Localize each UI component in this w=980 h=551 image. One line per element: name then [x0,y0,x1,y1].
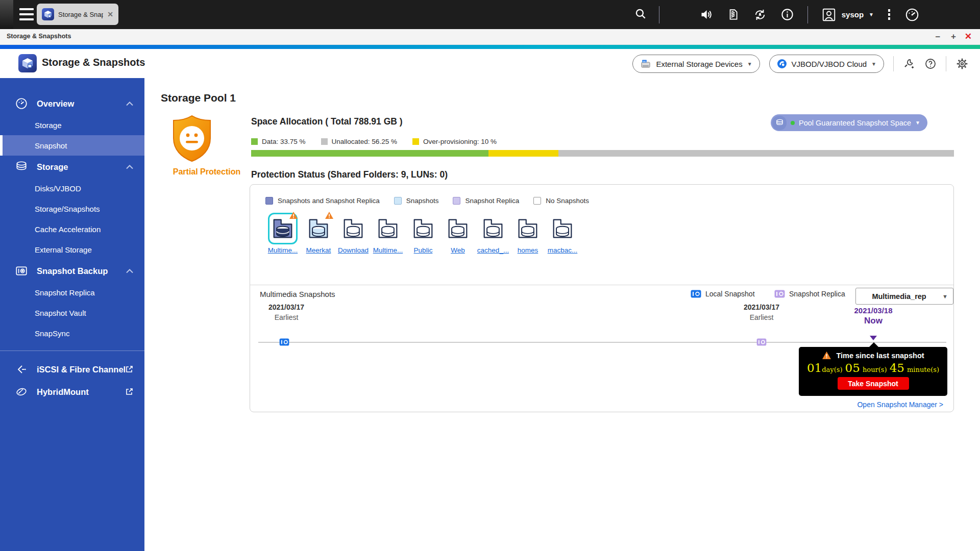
sidebar-item-external-storage[interactable]: External Storage [0,239,144,260]
folder-meerkat[interactable]: Meerkat [301,214,336,255]
dashboard-icon[interactable] [904,7,920,22]
take-snapshot-button[interactable]: Take Snapshot [838,377,909,390]
help-icon[interactable] [924,58,937,70]
bar-segment-overprovisioning [488,150,559,157]
local-snapshot-marker[interactable] [279,338,289,346]
folder-db-icon[interactable] [549,214,576,243]
folder-link[interactable]: Multime... [268,246,298,254]
chevron-down-icon: ▼ [915,120,920,126]
sync-notify-icon[interactable] [753,8,767,22]
replica-snapshot-marker[interactable] [756,338,767,346]
sidebar-item-iscsi-fibre-channel[interactable]: iSCSI & Fibre Channel [0,358,144,381]
folder-multimedia[interactable]: Multime... [265,214,300,255]
folder-link[interactable]: Download [338,246,369,254]
protection-status-label: Partial Protection [170,167,243,178]
header-divider [893,56,894,71]
folder-db-icon-selected[interactable] [270,214,296,243]
folder-link[interactable]: Web [451,246,465,254]
folder-db-icon[interactable] [410,214,436,243]
app-tab-storage-snapshots[interactable]: Storage & Snap... ✕ [37,4,118,25]
legend-local-snapshot: Local Snapshot [691,290,755,298]
background-tasks-icon[interactable] [726,8,740,21]
sidebar-item-label: Storage [37,162,68,172]
auto-fix-wrench-icon[interactable] [903,58,915,70]
folder-macbackup[interactable]: macbac... [545,214,580,255]
sidebar-item-storage[interactable]: Storage [0,156,144,178]
user-menu[interactable]: sysop ▼ [821,7,874,22]
legend-no-snapshots: No Snapshots [533,197,589,205]
main-content: Storage Pool 1 Partial Protection Space … [144,78,980,551]
sidebar-item-cache-acceleration[interactable]: Cache Acceleration [0,219,144,239]
now-date: 2021/03/18 Now [843,306,904,326]
pool-title: Storage Pool 1 [161,92,236,104]
folder-web[interactable]: Web [440,214,475,255]
sidebar-item-snapshot[interactable]: Snapshot [0,135,144,156]
folder-homes[interactable]: homes [510,214,545,255]
sidebar-item-snapshot-backup[interactable]: Snapshot Backup [0,260,144,282]
folder-link[interactable]: homes [518,246,538,254]
sidebar-item-snapshot-replica[interactable]: Snapshot Replica [0,282,144,303]
window-titlebar: Storage & Snapshots – + ✕ [0,29,980,45]
folder-link[interactable]: cached_... [477,246,509,254]
legend-snapshots: Snapshots [394,197,439,205]
time-since-value: 01day(s) 05 hour(s) 45 minute(s) [799,361,947,374]
partial-protection-shield-icon [170,114,214,163]
folder-link[interactable]: Public [414,246,433,254]
folder-link[interactable]: macbac... [548,246,578,254]
sidebar-item-disks-vjbod[interactable]: Disks/VJBOD [0,178,144,198]
snapshot-camera-icon [14,264,29,278]
space-allocation-bar [251,150,954,157]
warning-icon [289,211,298,219]
pool-guaranteed-snapshot-space-button[interactable]: Pool Guaranteed Snapshot Space ▼ [771,114,927,131]
folder-db-icon[interactable] [480,214,506,243]
info-icon[interactable] [780,8,794,21]
folder-download[interactable]: Download [336,214,371,255]
sidebar-item-hybridmount[interactable]: HybridMount [0,381,144,403]
sidebar-item-storage-overview[interactable]: Storage [0,115,144,135]
sidebar-item-snapshot-vault[interactable]: Snapshot Vault [0,303,144,323]
folder-db-icon[interactable] [375,214,401,243]
folder-db-icon[interactable] [305,214,332,243]
legend-item-data: Data: 33.75 % [251,138,306,145]
minimize-button[interactable]: – [936,31,940,43]
close-button[interactable]: ✕ [965,31,972,43]
storage-snapshots-app-icon [18,54,37,72]
gear-icon[interactable] [955,57,969,70]
sidebar-item-storage-snapshots[interactable]: Storage/Snapshots [0,198,144,219]
folder-db-icon[interactable] [340,214,366,243]
external-storage-devices-button[interactable]: RAID External Storage Devices ▼ [632,55,760,73]
space-allocation-title: Space Allocation ( Total 788.91 GB ) [251,116,403,127]
tray-divider [807,6,808,23]
sidebar-item-snapsync[interactable]: SnapSync [0,323,144,343]
folder-cached[interactable]: cached_... [476,214,510,255]
open-snapshot-manager-link[interactable]: Open Snapshot Manager > [857,400,943,409]
folder-multimedia2[interactable]: Multime... [371,214,405,255]
iscsi-icon [14,363,29,375]
vjbod-cloud-button[interactable]: VJBOD/VJBOD Cloud ▼ [769,55,884,73]
main-menu-icon[interactable] [19,8,34,20]
snapshot-set-dropdown[interactable]: Multimedia_rep ▼ [855,288,953,305]
user-avatar-icon [821,7,837,22]
folder-db-icon[interactable] [514,214,541,243]
hybridmount-icon [14,386,29,398]
legend-swatch [265,197,273,205]
search-icon[interactable] [634,7,647,20]
folder-db-icon[interactable] [445,214,471,243]
page-title: Storage & Snapshots [42,57,145,68]
sidebar-item-label: Overview [37,99,74,109]
brand-gradient-bar [0,45,980,49]
sidebar-item-overview[interactable]: Overview [0,92,144,115]
panel-divider [250,285,953,285]
folder-link[interactable]: Multime... [373,246,403,254]
more-kebab-icon[interactable] [887,8,891,22]
bar-segment-data [251,150,488,157]
system-tray: sysop ▼ [699,0,920,29]
legend-snapshot-replica: Snapshot Replica [453,197,519,205]
folder-public[interactable]: Public [406,214,440,255]
database-icon [14,160,29,173]
protection-shield: Partial Protection [170,114,243,178]
folder-link[interactable]: Meerkat [306,246,331,254]
volume-icon[interactable] [699,8,713,21]
maximize-button[interactable]: + [951,31,956,43]
tab-close-icon[interactable]: ✕ [107,10,113,18]
